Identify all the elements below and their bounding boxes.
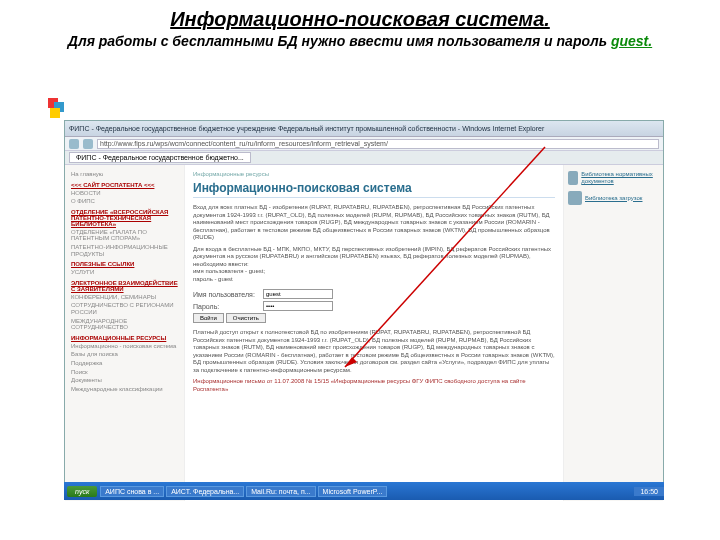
guest-word: guest. bbox=[611, 33, 652, 49]
doc-icon bbox=[568, 171, 578, 185]
rightbox[interactable]: Библиотека загрузок bbox=[568, 191, 659, 205]
window-titlebar: ФИПС - Федеральное государственное бюдже… bbox=[65, 121, 663, 137]
taskbar-item[interactable]: Microsoft PowerP... bbox=[318, 486, 388, 497]
sidebar-item[interactable]: ПОЛЕЗНЫЕ ССЫЛКИ bbox=[71, 261, 178, 267]
cred-user: имя пользователя - guest; bbox=[193, 268, 555, 276]
browser-tab[interactable]: ФИПС - Федеральное государственное бюдже… bbox=[69, 152, 251, 163]
cred-pass: пароль - guest bbox=[193, 276, 555, 284]
taskbar-item[interactable]: АИСТ. Федеральна... bbox=[166, 486, 244, 497]
clock: 16:50 bbox=[640, 488, 658, 495]
sidebar-sub[interactable]: Базы для поиска bbox=[71, 351, 178, 358]
sidebar-item[interactable]: НОВОСТИ bbox=[71, 190, 178, 197]
sidebar-item[interactable]: СОТРУДНИЧЕСТВО С РЕГИОНАМИ РОССИИ bbox=[71, 302, 178, 315]
sidebar-item[interactable]: На главную bbox=[71, 171, 178, 178]
rightbox-label: Библиотека нормативных документов bbox=[581, 171, 659, 184]
sidebar-item[interactable]: ОТДЕЛЕНИЕ «ВСЕРОССИЙСКАЯ ПАТЕНТНО-ТЕХНИЧ… bbox=[71, 209, 178, 227]
sidebar-item[interactable]: ИНФОРМАЦИОННЫЕ РЕСУРСЫ bbox=[71, 335, 178, 341]
window-title: ФИПС - Федеральное государственное бюдже… bbox=[69, 125, 544, 132]
sidebar-sub[interactable]: Поиск bbox=[71, 369, 178, 376]
sidebar-item[interactable]: УСЛУГИ bbox=[71, 269, 178, 276]
intro-paid: Вход для всех платных БД - изобретения (… bbox=[193, 204, 555, 242]
rightbox[interactable]: Библиотека нормативных документов bbox=[568, 171, 659, 185]
slide-subtitle: Для работы с бесплатными БД нужно ввести… bbox=[0, 33, 720, 49]
url-field[interactable]: http://www.fips.ru/wps/wcm/connect/conte… bbox=[97, 139, 659, 149]
taskbar-item[interactable]: АИПС снова в ... bbox=[100, 486, 164, 497]
taskbar-item[interactable]: Mail.Ru: почта, п... bbox=[246, 486, 315, 497]
login-button[interactable]: Войти bbox=[193, 313, 224, 323]
slide-title: Информационно-поисковая система. bbox=[0, 8, 720, 31]
password-input[interactable] bbox=[263, 301, 333, 311]
intro-free: Для входа в бесплатные БД - МПК, МКПО, М… bbox=[193, 246, 555, 269]
forward-icon[interactable] bbox=[83, 139, 93, 149]
sidebar-item[interactable]: ПАТЕНТНО-ИНФОРМАЦИОННЫЕ ПРОДУКТЫ bbox=[71, 244, 178, 257]
rightbox-label: Библиотека загрузок bbox=[585, 195, 642, 202]
sidebar-sub[interactable]: Документы bbox=[71, 377, 178, 384]
pass-label: Пароль: bbox=[193, 303, 263, 310]
sidebar-item[interactable]: КОНФЕРЕНЦИИ, СЕМИНАРЫ bbox=[71, 294, 178, 301]
sidebar-item[interactable]: ОТДЕЛЕНИЕ «ПАЛАТА ПО ПАТЕНТНЫМ СПОРАМ» bbox=[71, 229, 178, 242]
user-label: Имя пользователя: bbox=[193, 291, 263, 298]
sidebar-item[interactable]: <<< САЙТ РОСПАТЕНТА <<< bbox=[71, 182, 178, 188]
news-line: Информационное письмо от 11.07.2008 № 15… bbox=[193, 378, 555, 393]
windows-taskbar: пуск АИПС снова в ... АИСТ. Федеральна..… bbox=[64, 482, 664, 500]
start-button[interactable]: пуск bbox=[67, 486, 97, 497]
login-form: Имя пользователя: Пароль: Войти Очистить bbox=[193, 289, 555, 323]
reset-button[interactable]: Очистить bbox=[226, 313, 266, 323]
sidebar-item[interactable]: ЭЛЕКТРОННОЕ ВЗАИМОДЕЙСТВИЕ С ЗАЯВИТЕЛЯМИ bbox=[71, 280, 178, 292]
slide-marker-icon bbox=[48, 98, 72, 122]
main-content: Информационные ресурсы Информационно-пои… bbox=[185, 165, 563, 501]
tab-bar: ФИПС - Федеральное государственное бюдже… bbox=[65, 151, 663, 165]
sidebar-item[interactable]: О ФИПС bbox=[71, 198, 178, 205]
sidebar-sub[interactable]: Поддержка bbox=[71, 360, 178, 367]
subtitle-text: Для работы с бесплатными БД нужно ввести… bbox=[68, 33, 611, 49]
sidebar-item[interactable]: МЕЖДУНАРОДНОЕ СОТРУДНИЧЕСТВО bbox=[71, 318, 178, 331]
sidebar-sub[interactable]: Международные классификации bbox=[71, 386, 178, 393]
username-input[interactable] bbox=[263, 289, 333, 299]
download-icon bbox=[568, 191, 582, 205]
sidebar-sub[interactable]: Информационно - поисковая система bbox=[71, 343, 178, 350]
breadcrumb[interactable]: Информационные ресурсы bbox=[193, 171, 555, 177]
left-sidebar: На главную <<< САЙТ РОСПАТЕНТА <<< НОВОС… bbox=[65, 165, 185, 501]
back-icon[interactable] bbox=[69, 139, 79, 149]
right-sidebar: Библиотека нормативных документов Библио… bbox=[563, 165, 663, 501]
system-tray[interactable]: 16:50 bbox=[634, 487, 664, 496]
paid-info: Платный доступ открыт к полнотекстовой Б… bbox=[193, 329, 555, 374]
address-bar: http://www.fips.ru/wps/wcm/connect/conte… bbox=[65, 137, 663, 151]
page-heading: Информационно-поисковая система bbox=[193, 181, 555, 198]
browser-window: ФИПС - Федеральное государственное бюдже… bbox=[64, 120, 664, 500]
